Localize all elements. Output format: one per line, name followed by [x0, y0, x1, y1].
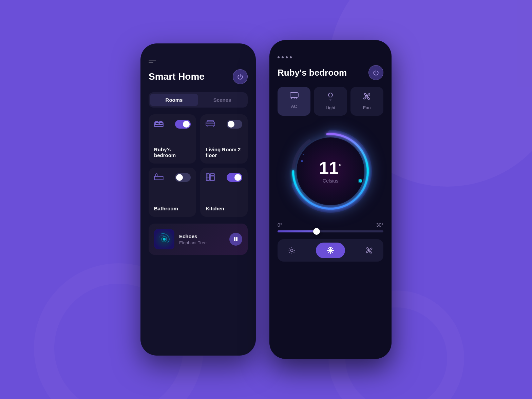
room-card-bathroom[interactable]: Bathroom	[149, 168, 196, 217]
bedroom-icon	[154, 120, 164, 129]
room-card-top-kitchen	[206, 173, 242, 183]
room-name-living: Living Room 2 floor	[206, 147, 242, 158]
slider-track[interactable]	[278, 230, 383, 232]
toggle-kitchen[interactable]	[227, 173, 242, 182]
slider-labels: 0° 30°	[278, 222, 383, 228]
fan-label: Fan	[363, 105, 370, 110]
device-tab-fan[interactable]: Fan	[350, 87, 383, 116]
toggle-knob-bathroom	[176, 174, 183, 181]
album-art	[154, 229, 174, 249]
room-title: Ruby's bedroom	[278, 68, 347, 78]
ac-icon	[290, 92, 299, 101]
phones-container: Smart Home Rooms Scenes	[140, 40, 392, 359]
dot-2	[282, 56, 284, 58]
tab-rooms[interactable]: Rooms	[150, 94, 198, 106]
mode-fan-button[interactable]	[362, 243, 377, 258]
mode-buttons	[278, 239, 383, 262]
gauge-center: 11 ° Celsius	[319, 159, 342, 184]
room-card-kitchen[interactable]: Kitchen	[200, 168, 248, 217]
room-name-bedroom: Ruby's bedroom	[154, 147, 191, 158]
power-button-2[interactable]	[368, 65, 383, 80]
svg-line-44	[294, 252, 294, 253]
status-dots	[278, 56, 383, 58]
app-title: Smart Home	[149, 71, 205, 82]
room-card-top-living	[206, 120, 242, 129]
svg-point-37	[359, 179, 362, 183]
music-info: Echoes Elephant Tree	[179, 233, 225, 245]
menu-line-2	[149, 62, 153, 62]
temperature-gauge: 11 ° Celsius	[278, 127, 383, 215]
phone1-header: Smart Home	[149, 69, 248, 84]
tabs-row: Rooms Scenes	[149, 92, 248, 108]
toggle-knob-kitchen	[234, 174, 241, 181]
svg-rect-2	[155, 121, 158, 125]
music-title: Echoes	[179, 233, 225, 239]
svg-line-48	[294, 248, 294, 248]
phone1: Smart Home Rooms Scenes	[140, 43, 256, 356]
phone2-header: Ruby's bedroom	[278, 65, 383, 80]
light-icon	[327, 92, 334, 102]
svg-line-43	[289, 248, 290, 248]
svg-rect-16	[210, 174, 214, 176]
music-artist: Elephant Tree	[179, 240, 225, 245]
svg-rect-22	[234, 237, 235, 241]
svg-point-39	[303, 154, 304, 155]
bathroom-icon	[154, 173, 164, 183]
slider-thumb[interactable]	[313, 228, 320, 235]
dot-4	[290, 56, 292, 58]
svg-rect-7	[207, 121, 214, 122]
toggle-bathroom[interactable]	[175, 173, 191, 182]
mode-sun-button[interactable]	[284, 243, 299, 258]
room-card-living[interactable]: Living Room 2 floor	[200, 114, 248, 164]
temperature-value: 11	[319, 159, 339, 177]
degree-symbol: °	[339, 162, 342, 171]
rooms-grid: Ruby's bedroom	[149, 114, 248, 217]
toggle-bedroom[interactable]	[175, 120, 191, 129]
power-button[interactable]	[233, 69, 248, 84]
temperature-slider: 0° 30°	[278, 222, 383, 232]
svg-rect-15	[210, 176, 214, 180]
menu-line-1	[149, 60, 156, 60]
menu-icon[interactable]	[149, 60, 248, 62]
svg-rect-23	[236, 237, 238, 241]
toggle-knob-living	[228, 121, 234, 128]
toggle-living[interactable]	[227, 120, 242, 129]
tab-scenes[interactable]: Scenes	[198, 94, 246, 106]
music-thumbnail	[154, 229, 174, 249]
room-name-kitchen: Kitchen	[206, 206, 242, 211]
kitchen-icon	[206, 173, 215, 183]
music-player[interactable]: Echoes Elephant Tree	[149, 224, 248, 255]
device-tab-light[interactable]: Light	[314, 87, 347, 116]
phone2: Ruby's bedroom	[269, 40, 392, 359]
device-tabs: AC Light	[278, 87, 383, 116]
light-label: Light	[326, 105, 335, 110]
svg-point-40	[290, 249, 293, 251]
svg-point-21	[163, 238, 166, 241]
temperature-scale: Celsius	[323, 178, 338, 184]
mode-snow-button[interactable]	[316, 243, 345, 258]
slider-max: 30°	[376, 222, 383, 228]
room-card-top-bathroom	[154, 173, 191, 183]
pause-button[interactable]	[229, 233, 242, 246]
dot-3	[286, 56, 288, 58]
slider-min: 0°	[278, 222, 282, 228]
room-name-bathroom: Bathroom	[154, 206, 191, 211]
svg-point-38	[301, 160, 303, 162]
slider-fill	[278, 230, 317, 232]
room-card-top	[154, 120, 191, 129]
device-tab-ac[interactable]: AC	[278, 87, 310, 116]
fan-icon	[363, 92, 371, 102]
svg-rect-3	[159, 121, 162, 125]
ac-label: AC	[291, 104, 297, 109]
room-card-bedroom[interactable]: Ruby's bedroom	[149, 114, 196, 164]
toggle-knob-bedroom	[183, 121, 190, 128]
living-room-icon	[206, 120, 215, 129]
dot-1	[278, 56, 280, 58]
svg-line-47	[289, 252, 290, 253]
